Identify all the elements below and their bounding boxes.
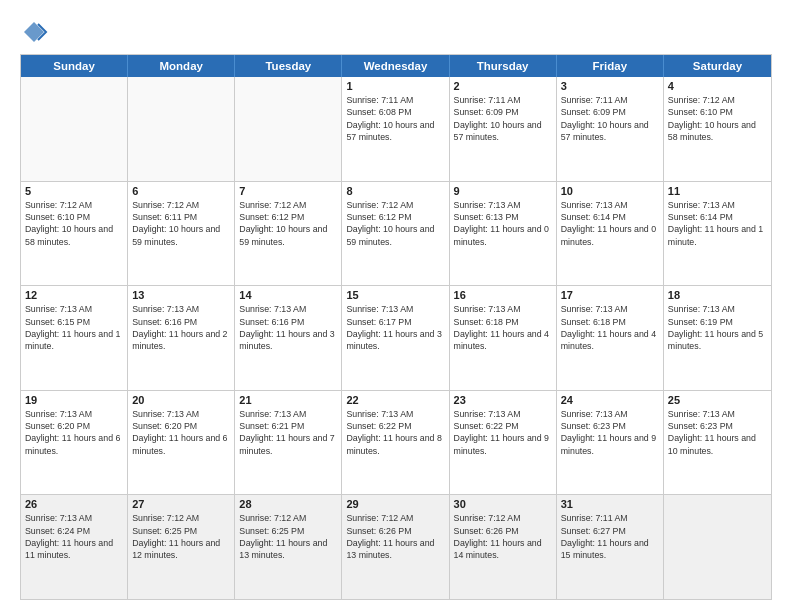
logo-icon [20,18,48,46]
day-number: 10 [561,185,659,197]
calendar-cell: 21Sunrise: 7:13 AMSunset: 6:21 PMDayligh… [235,391,342,495]
day-info: Sunrise: 7:13 AMSunset: 6:22 PMDaylight:… [346,408,444,457]
calendar-cell: 18Sunrise: 7:13 AMSunset: 6:19 PMDayligh… [664,286,771,390]
calendar-cell: 22Sunrise: 7:13 AMSunset: 6:22 PMDayligh… [342,391,449,495]
day-number: 11 [668,185,767,197]
calendar-cell: 9Sunrise: 7:13 AMSunset: 6:13 PMDaylight… [450,182,557,286]
calendar: SundayMondayTuesdayWednesdayThursdayFrid… [20,54,772,600]
day-number: 29 [346,498,444,510]
calendar-body: 1Sunrise: 7:11 AMSunset: 6:08 PMDaylight… [21,77,771,599]
day-number: 27 [132,498,230,510]
calendar-cell: 30Sunrise: 7:12 AMSunset: 6:26 PMDayligh… [450,495,557,599]
calendar-week: 26Sunrise: 7:13 AMSunset: 6:24 PMDayligh… [21,495,771,599]
weekday-header: Monday [128,55,235,77]
day-info: Sunrise: 7:13 AMSunset: 6:23 PMDaylight:… [561,408,659,457]
day-info: Sunrise: 7:13 AMSunset: 6:16 PMDaylight:… [239,303,337,352]
day-info: Sunrise: 7:12 AMSunset: 6:25 PMDaylight:… [132,512,230,561]
day-number: 18 [668,289,767,301]
calendar-cell: 3Sunrise: 7:11 AMSunset: 6:09 PMDaylight… [557,77,664,181]
calendar-week: 5Sunrise: 7:12 AMSunset: 6:10 PMDaylight… [21,182,771,287]
day-number: 3 [561,80,659,92]
day-info: Sunrise: 7:12 AMSunset: 6:11 PMDaylight:… [132,199,230,248]
day-number: 25 [668,394,767,406]
calendar-cell: 11Sunrise: 7:13 AMSunset: 6:14 PMDayligh… [664,182,771,286]
day-number: 19 [25,394,123,406]
day-number: 6 [132,185,230,197]
day-info: Sunrise: 7:11 AMSunset: 6:09 PMDaylight:… [561,94,659,143]
calendar-cell: 20Sunrise: 7:13 AMSunset: 6:20 PMDayligh… [128,391,235,495]
day-info: Sunrise: 7:13 AMSunset: 6:13 PMDaylight:… [454,199,552,248]
calendar-cell: 4Sunrise: 7:12 AMSunset: 6:10 PMDaylight… [664,77,771,181]
day-number: 8 [346,185,444,197]
day-number: 26 [25,498,123,510]
day-number: 31 [561,498,659,510]
day-info: Sunrise: 7:13 AMSunset: 6:23 PMDaylight:… [668,408,767,457]
day-info: Sunrise: 7:12 AMSunset: 6:25 PMDaylight:… [239,512,337,561]
day-number: 13 [132,289,230,301]
calendar-cell [664,495,771,599]
day-info: Sunrise: 7:12 AMSunset: 6:12 PMDaylight:… [239,199,337,248]
calendar-cell [128,77,235,181]
calendar-week: 12Sunrise: 7:13 AMSunset: 6:15 PMDayligh… [21,286,771,391]
day-info: Sunrise: 7:12 AMSunset: 6:10 PMDaylight:… [668,94,767,143]
weekday-header: Sunday [21,55,128,77]
page: SundayMondayTuesdayWednesdayThursdayFrid… [0,0,792,612]
day-info: Sunrise: 7:12 AMSunset: 6:26 PMDaylight:… [346,512,444,561]
calendar-cell: 10Sunrise: 7:13 AMSunset: 6:14 PMDayligh… [557,182,664,286]
day-number: 2 [454,80,552,92]
day-number: 21 [239,394,337,406]
calendar-cell [21,77,128,181]
calendar-cell: 26Sunrise: 7:13 AMSunset: 6:24 PMDayligh… [21,495,128,599]
calendar-cell: 25Sunrise: 7:13 AMSunset: 6:23 PMDayligh… [664,391,771,495]
day-number: 28 [239,498,337,510]
weekday-header: Saturday [664,55,771,77]
day-info: Sunrise: 7:13 AMSunset: 6:24 PMDaylight:… [25,512,123,561]
day-info: Sunrise: 7:11 AMSunset: 6:27 PMDaylight:… [561,512,659,561]
calendar-week: 1Sunrise: 7:11 AMSunset: 6:08 PMDaylight… [21,77,771,182]
calendar-cell: 12Sunrise: 7:13 AMSunset: 6:15 PMDayligh… [21,286,128,390]
calendar-cell: 2Sunrise: 7:11 AMSunset: 6:09 PMDaylight… [450,77,557,181]
header [20,18,772,46]
calendar-cell: 1Sunrise: 7:11 AMSunset: 6:08 PMDaylight… [342,77,449,181]
day-number: 30 [454,498,552,510]
calendar-cell: 5Sunrise: 7:12 AMSunset: 6:10 PMDaylight… [21,182,128,286]
calendar-cell: 27Sunrise: 7:12 AMSunset: 6:25 PMDayligh… [128,495,235,599]
calendar-cell: 29Sunrise: 7:12 AMSunset: 6:26 PMDayligh… [342,495,449,599]
day-number: 24 [561,394,659,406]
day-number: 15 [346,289,444,301]
calendar-week: 19Sunrise: 7:13 AMSunset: 6:20 PMDayligh… [21,391,771,496]
day-info: Sunrise: 7:13 AMSunset: 6:20 PMDaylight:… [132,408,230,457]
day-info: Sunrise: 7:12 AMSunset: 6:12 PMDaylight:… [346,199,444,248]
calendar-cell: 13Sunrise: 7:13 AMSunset: 6:16 PMDayligh… [128,286,235,390]
day-info: Sunrise: 7:13 AMSunset: 6:18 PMDaylight:… [454,303,552,352]
weekday-header: Friday [557,55,664,77]
day-info: Sunrise: 7:12 AMSunset: 6:10 PMDaylight:… [25,199,123,248]
weekday-header: Tuesday [235,55,342,77]
calendar-cell: 17Sunrise: 7:13 AMSunset: 6:18 PMDayligh… [557,286,664,390]
weekday-header: Wednesday [342,55,449,77]
day-number: 4 [668,80,767,92]
calendar-cell: 7Sunrise: 7:12 AMSunset: 6:12 PMDaylight… [235,182,342,286]
day-info: Sunrise: 7:11 AMSunset: 6:08 PMDaylight:… [346,94,444,143]
calendar-cell: 15Sunrise: 7:13 AMSunset: 6:17 PMDayligh… [342,286,449,390]
day-info: Sunrise: 7:13 AMSunset: 6:16 PMDaylight:… [132,303,230,352]
day-info: Sunrise: 7:13 AMSunset: 6:20 PMDaylight:… [25,408,123,457]
day-number: 12 [25,289,123,301]
day-number: 7 [239,185,337,197]
day-number: 1 [346,80,444,92]
calendar-cell: 14Sunrise: 7:13 AMSunset: 6:16 PMDayligh… [235,286,342,390]
day-info: Sunrise: 7:11 AMSunset: 6:09 PMDaylight:… [454,94,552,143]
calendar-cell: 6Sunrise: 7:12 AMSunset: 6:11 PMDaylight… [128,182,235,286]
day-info: Sunrise: 7:13 AMSunset: 6:22 PMDaylight:… [454,408,552,457]
calendar-cell: 8Sunrise: 7:12 AMSunset: 6:12 PMDaylight… [342,182,449,286]
day-number: 22 [346,394,444,406]
calendar-header: SundayMondayTuesdayWednesdayThursdayFrid… [21,55,771,77]
calendar-cell: 28Sunrise: 7:12 AMSunset: 6:25 PMDayligh… [235,495,342,599]
day-info: Sunrise: 7:13 AMSunset: 6:14 PMDaylight:… [561,199,659,248]
day-number: 5 [25,185,123,197]
day-number: 23 [454,394,552,406]
weekday-header: Thursday [450,55,557,77]
calendar-cell [235,77,342,181]
day-info: Sunrise: 7:13 AMSunset: 6:15 PMDaylight:… [25,303,123,352]
calendar-cell: 16Sunrise: 7:13 AMSunset: 6:18 PMDayligh… [450,286,557,390]
